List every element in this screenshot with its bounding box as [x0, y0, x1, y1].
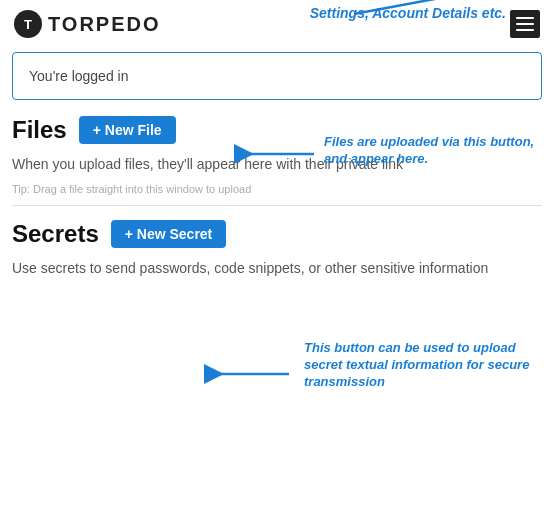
secrets-description: Use secrets to send passwords, code snip…: [12, 258, 542, 279]
secrets-title: Secrets: [12, 220, 99, 248]
logo-icon: T: [14, 10, 42, 38]
secrets-section-header: Secrets + New Secret: [12, 220, 542, 248]
files-title: Files: [12, 116, 67, 144]
logo-text: TORPEDO: [48, 13, 161, 36]
hamburger-line-3: [516, 29, 534, 31]
files-section: Files + New File When you upload files, …: [0, 116, 554, 195]
login-status-box: You're logged in: [12, 52, 542, 100]
section-divider: [12, 205, 542, 206]
login-status-text: You're logged in: [29, 68, 128, 84]
hamburger-line-2: [516, 23, 534, 25]
new-file-button[interactable]: + New File: [79, 116, 176, 144]
files-section-header: Files + New File: [12, 116, 542, 144]
annotation-secrets: This button can be used to upload secret…: [304, 340, 544, 391]
new-secret-button[interactable]: + New Secret: [111, 220, 227, 248]
hamburger-menu-button[interactable]: [510, 10, 540, 38]
files-description: When you upload files, they'll appear he…: [12, 154, 542, 175]
secrets-section: Secrets + New Secret Use secrets to send…: [0, 220, 554, 279]
logo-area: T TORPEDO: [14, 10, 161, 38]
hamburger-line-1: [516, 17, 534, 19]
files-tip: Tip: Drag a file straight into this wind…: [12, 183, 542, 195]
header: T TORPEDO: [0, 0, 554, 44]
annotation-secrets-arrow-icon: [209, 362, 289, 392]
